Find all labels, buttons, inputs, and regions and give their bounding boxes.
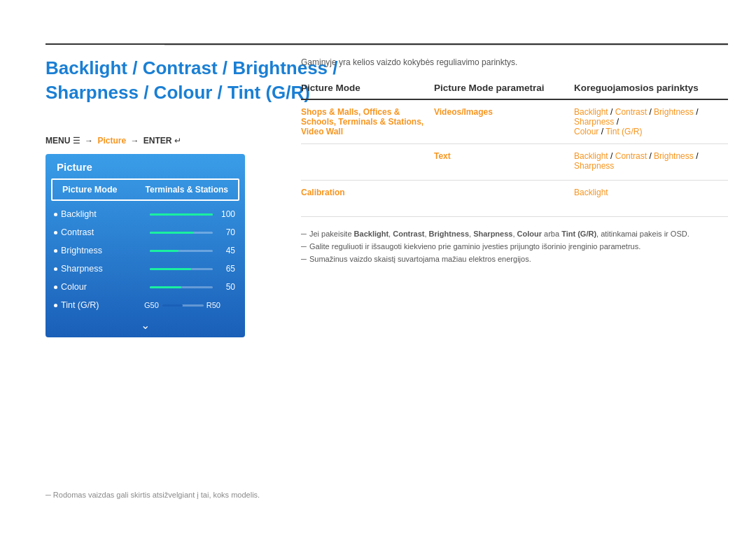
bottom-note: Rodomas vaizdas gali skirtis atsižvelgia…	[46, 491, 260, 499]
dot-icon	[54, 213, 57, 216]
sharpness-slider[interactable]	[150, 268, 213, 270]
colour-value: 50	[218, 282, 235, 292]
footnote-3: Sumažinus vaizdo skaistį suvartojama maž…	[301, 255, 728, 263]
col-params-header: Picture Mode parametrai	[434, 83, 574, 93]
cell-mode-1: Shops & Malls, Offices & Schools, Termin…	[301, 107, 434, 136]
backlight-slider[interactable]	[150, 213, 213, 216]
brightness-item[interactable]: Brightness 45	[46, 241, 245, 260]
footnote-1: Jei pakeisite Backlight, Contrast, Brigh…	[301, 230, 728, 238]
brightness-value: 45	[218, 246, 235, 255]
contrast-label: Contrast	[61, 227, 150, 237]
intro-text: Gaminyje yra kelios vaizdo kokybės regul…	[301, 57, 728, 67]
sharpness-value: 65	[218, 264, 235, 274]
cell-params-1: Videos/Images	[434, 107, 574, 117]
dot-icon	[54, 304, 57, 307]
contrast-item[interactable]: Contrast 70	[46, 223, 245, 241]
picture-mode-row[interactable]: Picture Mode Terminals & Stations	[51, 178, 239, 201]
chevron-down-icon: ⌄	[141, 318, 150, 332]
col-mode-header: Picture Mode	[301, 83, 434, 93]
tint-label: Tint (G/R)	[61, 300, 144, 310]
cell-params-2: Text	[434, 151, 574, 161]
brightness-slider[interactable]	[150, 250, 213, 252]
dot-icon	[54, 231, 57, 234]
backlight-value: 100	[218, 209, 235, 219]
main-title: Backlight / Contrast / Brightness / Shar…	[46, 56, 338, 105]
colour-label: Colour	[61, 282, 150, 292]
footnote-2: Galite reguliuoti ir išsaugoti kiekvieno…	[301, 242, 728, 251]
backlight-item[interactable]: Backlight 100	[46, 205, 245, 223]
contrast-slider[interactable]	[150, 232, 213, 234]
tint-g-label: G50	[144, 301, 159, 309]
col-options-header: Koreguojamosios parinktys	[574, 83, 728, 93]
picture-panel: Picture Picture Mode Terminals & Station…	[46, 154, 245, 337]
chevron-row: ⌄	[46, 314, 245, 337]
tint-r-label: R50	[206, 301, 220, 309]
table-row: Text Backlight / Contrast / Brightness /…	[301, 144, 728, 181]
sharpness-item[interactable]: Sharpness 65	[46, 260, 245, 278]
picture-mode-value: Terminals & Stations	[146, 185, 228, 195]
tint-slider[interactable]	[162, 304, 204, 307]
panel-header: Picture	[46, 154, 245, 178]
brightness-label: Brightness	[61, 246, 150, 255]
cell-options-3: Backlight	[574, 188, 728, 197]
right-content: Gaminyje yra kelios vaizdo kokybės regul…	[301, 57, 728, 267]
menu-label: MENU ☰	[46, 136, 80, 146]
dot-icon	[54, 249, 57, 253]
footnotes-section: Jei pakeisite Backlight, Contrast, Brigh…	[301, 230, 728, 263]
colour-slider[interactable]	[150, 286, 213, 288]
picture-mode-label: Picture Mode	[62, 185, 118, 195]
backlight-label: Backlight	[61, 209, 150, 219]
table-row: Shops & Malls, Offices & Schools, Termin…	[301, 100, 728, 144]
dot-icon	[54, 267, 57, 271]
contrast-value: 70	[218, 227, 235, 237]
sharpness-label: Sharpness	[61, 264, 150, 274]
colour-item[interactable]: Colour 50	[46, 278, 245, 296]
table-row: Calibration Backlight	[301, 181, 728, 217]
cell-options-1: Backlight / Contrast / Brightness / Shar…	[574, 107, 728, 136]
cell-options-2: Backlight / Contrast / Brightness / Shar…	[574, 151, 728, 171]
dot-icon	[54, 286, 57, 289]
tint-labels: G50 R50	[144, 301, 235, 309]
cell-mode-3: Calibration	[301, 188, 434, 197]
menu-path: MENU ☰ → Picture → ENTER ↵	[46, 136, 181, 146]
tint-item[interactable]: Tint (G/R) G50 R50	[46, 296, 245, 314]
table-header: Picture Mode Picture Mode parametrai Kor…	[301, 83, 728, 100]
